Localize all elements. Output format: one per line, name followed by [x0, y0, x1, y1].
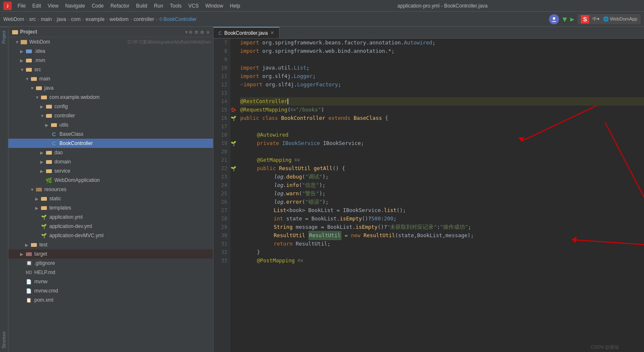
- code-line-17: [240, 122, 644, 131]
- structure-side-tab[interactable]: Structure: [0, 328, 8, 352]
- tree-java[interactable]: ▼ java: [8, 83, 213, 93]
- menu-window[interactable]: Window: [203, 2, 226, 10]
- tree-resources[interactable]: ▼ resources: [8, 185, 213, 194]
- app-icon: J: [3, 2, 12, 10]
- tree-target[interactable]: ▶ target: [8, 249, 213, 259]
- breadcrumb-controller[interactable]: controller: [133, 16, 154, 22]
- tree-src[interactable]: ▼ src: [8, 65, 213, 74]
- tree-baseclass[interactable]: ▶ C BaseClass: [8, 129, 213, 139]
- menu-build[interactable]: Build: [133, 2, 150, 10]
- gutter-16: 🌱: [230, 114, 237, 122]
- tree-static[interactable]: ▶ static: [8, 194, 213, 203]
- tab-close-button[interactable]: ✕: [270, 30, 274, 36]
- tree-gitignore[interactable]: ▶ 🔲 .gitignore: [8, 259, 213, 268]
- tree-package[interactable]: ▼ com.example.webdom: [8, 93, 213, 102]
- tree-appyml[interactable]: ▶ 🌱 application.yml: [8, 212, 213, 222]
- tree-bookcontroller[interactable]: ▶ C BookController: [8, 139, 213, 148]
- menu-run[interactable]: Run: [151, 2, 166, 10]
- ln-14: 14: [216, 97, 227, 106]
- panel-icons: ⊙ ≡ ⚙ ✕: [189, 29, 210, 35]
- menu-vcs[interactable]: VCS: [186, 2, 201, 10]
- tree-dao[interactable]: ▶ dao: [8, 148, 213, 157]
- code-line-30: ResultUtil ResultUtil = new ResultUtil(s…: [240, 231, 644, 240]
- breadcrumb-src[interactable]: src: [29, 16, 36, 22]
- ln-12: 12: [216, 80, 227, 89]
- breadcrumb: WebDom › src › main › java › com › examp…: [3, 16, 548, 22]
- s-logo-icon: S: [581, 15, 589, 23]
- avatar-button[interactable]: [549, 14, 559, 24]
- static-label: static: [49, 196, 211, 202]
- code-line-26: log.error("错误");: [240, 198, 644, 206]
- settings-gear-icon[interactable]: ⚙: [200, 29, 204, 35]
- menu-refactor[interactable]: Refactor: [108, 2, 132, 10]
- tree-mvnw[interactable]: ▶ 📄 mvnw: [8, 277, 213, 286]
- line-numbers: 7 8 9 10 11 12 13 14 15 16 17 18 19 20 2…: [213, 39, 230, 352]
- webdomapp-label: WebDomApplication: [54, 177, 211, 183]
- gutter-11: [230, 72, 237, 80]
- menu-help[interactable]: Help: [227, 2, 243, 10]
- tree-root-webdom[interactable]: ▼ WebDom D:\学习案例\integrationMyBatis\WebD…: [8, 37, 213, 47]
- tree-config[interactable]: ▶ config: [8, 102, 213, 111]
- menu-file[interactable]: File: [15, 2, 28, 10]
- code-line-10: import java.util.List;: [240, 64, 644, 72]
- ln-8: 8: [216, 47, 227, 55]
- gutter-23: [230, 173, 237, 181]
- tree-idea[interactable]: ▶ .idea: [8, 47, 213, 56]
- breadcrumb-example[interactable]: example: [86, 16, 105, 22]
- breadcrumb-com[interactable]: com: [71, 16, 81, 22]
- tree-templates[interactable]: ▶ templates: [8, 203, 213, 212]
- tree-controller[interactable]: ▼ controller: [8, 111, 213, 120]
- code-content-area[interactable]: 7 8 9 10 11 12 13 14 15 16 17 18 19 20 2…: [213, 39, 644, 352]
- tree-test[interactable]: ▶ test: [8, 240, 213, 249]
- gutter-17: [230, 122, 237, 131]
- breadcrumb-current[interactable]: ©BookController: [159, 16, 197, 22]
- code-line-22: public ResultUtil getAll() {: [240, 164, 644, 173]
- breadcrumb-sep8: ›: [156, 16, 158, 22]
- tree-utils[interactable]: ▶ utils: [8, 120, 213, 129]
- tab-bar: C BookController.java ✕: [213, 27, 644, 39]
- breadcrumb-webdom2[interactable]: webdom: [110, 16, 128, 22]
- code-line-32: }: [240, 248, 644, 256]
- service-label: service: [54, 168, 211, 174]
- tree-appdevyml[interactable]: ▶ 🌱 application-dev.yml: [8, 222, 213, 231]
- ln-26: 26: [216, 198, 227, 206]
- tree-mvnwcmd[interactable]: ▶ 📄 mvnw.cmd: [8, 286, 213, 295]
- breadcrumb-java[interactable]: java: [57, 16, 66, 22]
- menu-edit[interactable]: Edit: [30, 2, 44, 10]
- menu-code[interactable]: Code: [89, 2, 106, 10]
- tree-mvn[interactable]: ▶ .mvn: [8, 56, 213, 65]
- breadcrumb-webdom[interactable]: WebDom: [3, 16, 24, 22]
- mvnw-label: mvnw: [34, 279, 211, 285]
- code-line-8: import org.springframework.web.bind.anno…: [240, 47, 644, 55]
- menu-view[interactable]: View: [45, 2, 61, 10]
- idea-label: .idea: [34, 48, 211, 54]
- gutter-7: [230, 39, 237, 47]
- tab-bookcontroller[interactable]: C BookController.java ✕: [213, 27, 280, 38]
- code-line-19: private IBookService IBookService;: [240, 139, 644, 148]
- breadcrumb-sep3: ›: [54, 16, 55, 22]
- ln-30: 30: [216, 231, 227, 240]
- code-lines[interactable]: import org.springframework.beans.factory…: [237, 39, 644, 352]
- ln-20: 20: [216, 148, 227, 156]
- tree-pomxml[interactable]: ▶ 📋 pom.xml: [8, 295, 213, 305]
- run-button[interactable]: ▶: [570, 15, 575, 23]
- webdom-app-button[interactable]: S 中▾ 🌐 WebDomApp: [577, 14, 641, 24]
- ln-24: 24: [216, 181, 227, 189]
- tree-helpmd[interactable]: ▶ MD HELP.md: [8, 268, 213, 277]
- ln-16: 16: [216, 114, 227, 122]
- tree-main[interactable]: ▼ main: [8, 74, 213, 83]
- collapse-icon[interactable]: ≡: [195, 29, 198, 35]
- locate-icon[interactable]: ⊙: [189, 29, 192, 35]
- menu-navigate[interactable]: Navigate: [63, 2, 87, 10]
- breadcrumb-main[interactable]: main: [41, 16, 52, 22]
- close-panel-icon[interactable]: ✕: [206, 29, 210, 35]
- tree-appdevmvcyml[interactable]: ▶ 🌱 application-devMVC.yml: [8, 231, 213, 240]
- ln-29: 29: [216, 223, 227, 231]
- tree-webdomapp[interactable]: ▶ 🌿 WebDomApplication: [8, 176, 213, 185]
- tree-domain[interactable]: ▶ domain: [8, 157, 213, 166]
- left-side-tabs: Project Structure: [0, 27, 8, 352]
- menu-tools[interactable]: Tools: [167, 2, 184, 10]
- tree-service[interactable]: ▶ service: [8, 166, 213, 176]
- project-side-tab[interactable]: Project: [0, 27, 8, 47]
- panel-dropdown[interactable]: ▾: [185, 30, 187, 34]
